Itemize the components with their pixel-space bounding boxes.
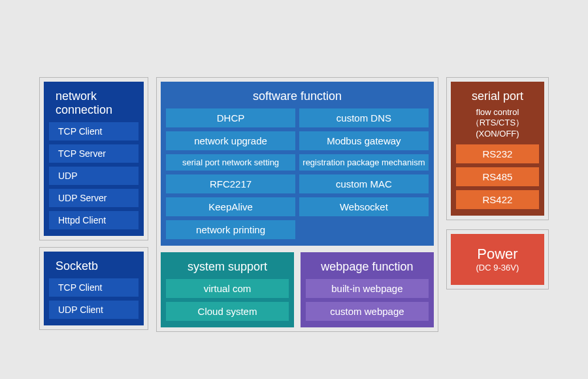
software-grid: DHCP custom DNS network upgrade Modbus g… [166,108,429,239]
software-item: serial port network setting [166,154,295,171]
power-subtitle: (DC 9-36V) [455,263,540,273]
software-panel: software function DHCP custom DNS networ… [161,82,434,246]
diagram-stage: network connection TCP Client TCP Server… [39,77,549,332]
power-title: Power [455,243,540,264]
system-item: Cloud system [166,302,289,321]
network-panel: network connection TCP Client TCP Server… [44,82,144,236]
software-item: DHCP [166,108,295,127]
serial-subtitle: flow control（RTS/CTS）(XON/OFF) [456,107,539,139]
software-empty [299,220,429,239]
software-item: custom MAC [299,174,429,193]
software-item: RFC2217 [166,174,295,193]
webpage-panel: webpage function built-in webpage custom… [301,252,434,327]
middle-column: software function DHCP custom DNS networ… [156,77,438,332]
network-item: UDP Server [49,189,139,207]
network-item: UDP [49,167,139,185]
socketb-frame: Socketb TCP Client UDP Client [39,247,148,330]
socketb-panel: Socketb TCP Client UDP Client [44,252,144,325]
software-item: registration package mechanism [299,154,429,171]
power-panel: Power (DC 9-36V) [451,234,544,285]
serial-panel: serial port flow control（RTS/CTS）(XON/OF… [451,82,544,216]
mid-bottom-row: system support virtual com Cloud system … [161,252,434,327]
right-column: serial port flow control（RTS/CTS）(XON/OF… [446,77,549,289]
software-item: network upgrade [166,131,295,150]
network-frame: network connection TCP Client TCP Server… [39,77,148,240]
power-frame: Power (DC 9-36V) [446,229,549,289]
network-item: TCP Client [49,122,139,140]
socketb-item: TCP Client [49,278,139,297]
webpage-item: built-in webpage [306,279,429,298]
socketb-item: UDP Client [49,301,139,319]
serial-item: RS422 [456,190,539,209]
left-column: network connection TCP Client TCP Server… [39,77,148,330]
serial-frame: serial port flow control（RTS/CTS）(XON/OF… [446,77,549,220]
webpage-item: custom webpage [306,302,429,321]
webpage-title: webpage function [306,257,429,275]
serial-title: serial port [456,87,539,105]
serial-item: RS232 [456,144,539,163]
system-item: virtual com [166,279,289,298]
socketb-title: Socketb [49,257,139,274]
software-item: custom DNS [299,108,429,127]
system-title: system support [166,257,289,275]
software-item: KeepAlive [166,197,295,216]
network-item: TCP Server [49,144,139,163]
serial-item: RS485 [456,167,539,186]
system-panel: system support virtual com Cloud system [161,252,294,327]
software-item: network printing [166,220,295,239]
software-item: Modbus gateway [299,131,429,150]
network-item: Httpd Client [49,211,139,229]
network-title: network connection [49,87,139,118]
middle-frame: software function DHCP custom DNS networ… [156,77,438,332]
software-title: software function [166,87,429,105]
software-item: Websocket [299,197,429,216]
